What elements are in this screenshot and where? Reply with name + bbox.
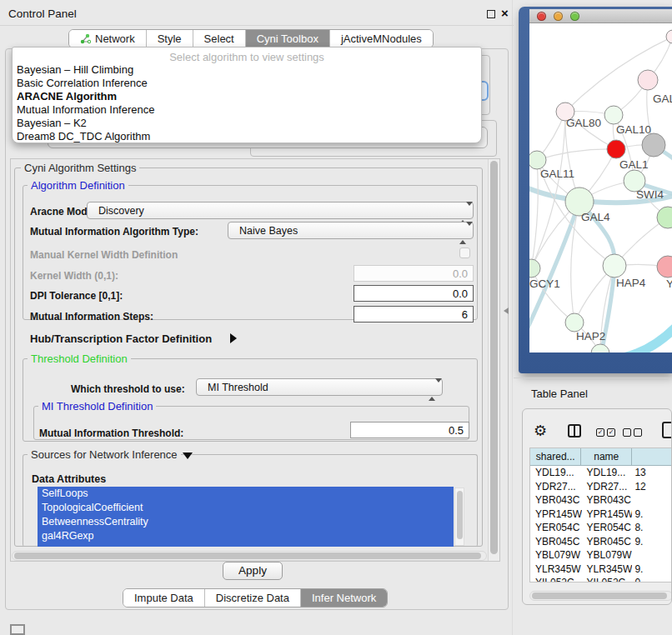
tab-jactivemnodules[interactable]: jActiveMNodules [329,30,433,48]
attribute-item-selfloops[interactable]: SelfLoops [38,487,454,501]
panel-divider-handle-icon[interactable] [504,308,509,314]
combo-stepper-icon [429,382,435,398]
tab-select[interactable]: Select [193,30,245,48]
column-header-shared[interactable]: shared... [530,448,581,465]
dock-panel-icon[interactable] [10,624,25,635]
mac-minimize-icon[interactable] [554,12,563,21]
mi-threshold-group-title: MI Threshold Definition [38,400,156,412]
table-row[interactable]: YDL19...YDL19...13 [530,466,672,480]
close-panel-icon[interactable]: × [501,6,509,21]
tab-label: Cyni Toolbox [257,32,318,45]
table-horizontal-scrollbar[interactable] [529,591,672,601]
table-row[interactable]: YIL052CYIL052C0. [530,576,672,582]
column-header-name[interactable]: name [581,448,632,465]
mac-close-icon[interactable] [537,12,546,21]
data-attributes-list[interactable]: SelfLoopsTopologicalCoefficientBetweenne… [38,487,454,547]
name-cell: YDR27... [582,480,633,494]
collapse-sources-icon[interactable] [183,452,193,459]
mi-threshold-field[interactable]: 0.5 [350,422,469,438]
hub-section-label: Hub/Transcription Factor Definition [30,332,212,345]
algorithm-option-mutual-information-inference[interactable]: Mutual Information Inference [13,103,481,117]
panel-divider[interactable] [512,0,513,635]
tab-style[interactable]: Style [146,30,193,48]
algorithm-option-bayesian-k2[interactable]: Bayesian – K2 [13,117,481,130]
deselect-all-checkbox-icon[interactable] [623,428,631,437]
shared-name-cell: YER054C [530,521,582,535]
shared-name-cell: YBR043C [530,493,582,508]
network-node[interactable] [591,344,609,352]
name-cell: YBL079W [582,548,633,562]
network-node[interactable] [642,133,665,157]
table-row[interactable]: YDR27...YDR27...12 [530,480,672,494]
algorithm-option-dream8-dc-tdc-algorithm[interactable]: Dream8 DC_TDC Algorithm [13,130,481,143]
algorithm-option-basic-correlation-inference[interactable]: Basic Correlation Inference [13,77,481,90]
control-panel-title: Control Panel [8,8,77,20]
algorithm-option-bayesian-hill-climbing[interactable]: Bayesian – Hill Climbing [13,63,481,77]
kernel-width-field[interactable]: 0.0 [354,265,474,282]
attributes-list-scrollbar[interactable] [454,488,464,546]
network-view-window[interactable]: GALGAL80GAL10GAL1GAL11SWI4GAL4GCY1HAP4YH… [519,7,672,373]
column-header-3[interactable] [632,448,672,465]
node-table: shared...name YDL19...YDL19...13YDR27...… [529,448,672,582]
network-node-hap2[interactable] [565,313,584,332]
select-all-checkbox-icon[interactable]: ✓ [607,428,615,437]
attribute-item-betweennesscentrality[interactable]: BetweennessCentrality [38,515,454,529]
float-panel-icon[interactable] [487,10,495,18]
table-row[interactable]: YER054CYER054C8. [530,521,672,535]
deselect-all-checkbox-icon[interactable] [634,428,642,437]
tab-cyni-toolbox[interactable]: Cyni Toolbox [245,30,329,48]
value-cell: 9. [632,535,672,549]
network-node[interactable] [666,30,672,43]
which-threshold-select[interactable]: MI Threshold [196,378,443,396]
table-panel-divider [514,378,672,378]
name-cell: YBR043C [582,493,633,508]
value-cell: 13 [632,466,672,480]
attribute-item-gal4rgexp[interactable]: gal4RGexp [38,529,454,543]
network-window-titlebar[interactable] [529,9,672,23]
network-node-y[interactable] [657,256,672,278]
attribute-item-topologicalcoefficient[interactable]: TopologicalCoefficient [38,501,454,515]
tab-label: Style [158,32,182,45]
table-row[interactable]: YPR145WYPR145W9. [530,508,672,522]
tab-discretize-data[interactable]: Discretize Data [204,589,300,607]
node-label: SWI4 [636,188,664,201]
tab-network[interactable]: Network [69,30,146,48]
algorithm-dropdown-list: Bayesian – Hill ClimbingBasic Correlatio… [13,63,481,143]
combo-stepper-icon [459,226,466,241]
kernel-width-label: Kernel Width (0,1): [30,270,118,282]
network-node-gcy1[interactable] [529,259,540,278]
table-row[interactable]: YLR345WYLR345W9. [530,562,672,577]
table-settings-gear-icon[interactable]: ⚙ [534,422,547,439]
settings-vertical-scrollbar[interactable] [488,159,499,561]
apply-button[interactable]: Apply [223,562,283,580]
network-canvas[interactable]: GALGAL80GAL10GAL1GAL11SWI4GAL4GCY1HAP4YH… [529,23,672,352]
table-panel-title: Table Panel [531,388,588,400]
tab-impute-data[interactable]: Impute Data [123,589,204,607]
tab-infer-network[interactable]: Infer Network [300,589,387,607]
table-row[interactable]: YBL079WYBL079W [530,548,672,562]
settings-horizontal-scrollbar[interactable] [12,551,487,561]
name-cell: YDL19... [582,466,633,480]
table-row[interactable]: YBR043CYBR043C [530,493,672,508]
show-columns-icon[interactable] [568,424,581,438]
name-cell: YLR345W [582,562,633,577]
network-node-gal11[interactable] [529,151,546,169]
network-node-gal10[interactable] [604,106,623,124]
manual-kernel-checkbox[interactable] [459,248,470,258]
mi-type-select[interactable]: Naive Bayes [228,222,474,239]
algorithm-option-aracne-algorithm[interactable]: ARACNE Algorithm [13,90,481,103]
expand-hub-section-icon[interactable] [230,333,237,343]
network-node-hap4[interactable] [603,254,626,278]
network-node-gal1[interactable] [607,140,625,158]
aracne-mode-select[interactable]: Discovery [87,202,474,219]
select-all-checkbox-icon[interactable]: ✓ [596,428,604,437]
network-node-gal[interactable] [638,70,658,90]
mac-zoom-icon[interactable] [570,12,579,21]
mi-steps-field[interactable]: 6 [354,306,474,322]
node-label: HAP2 [576,330,605,342]
dpi-tolerance-field[interactable]: 0.0 [354,285,474,302]
table-row[interactable]: YBR045CYBR045C9. [530,535,672,549]
network-node[interactable] [657,207,672,228]
function-builder-icon[interactable] [662,422,672,438]
mi-type-value: Naive Bayes [239,225,298,237]
